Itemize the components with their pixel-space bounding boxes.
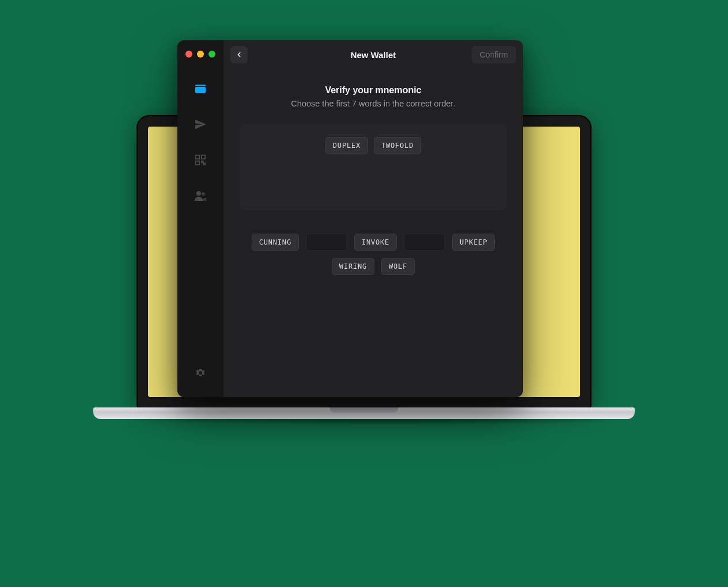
sidebar-item-qr[interactable] <box>192 152 208 168</box>
available-word[interactable]: INVOKE <box>354 234 397 251</box>
svg-rect-0 <box>195 85 206 86</box>
available-words-panel: CUNNING INVOKE UPKEEP WIRING WOLF <box>240 234 507 275</box>
main-content: New Wallet Confirm Verify your mnemonic … <box>223 40 523 397</box>
selected-word[interactable]: DUPLEX <box>325 137 368 154</box>
selected-words-panel: DUPLEX TWOFOLD <box>240 124 507 211</box>
sidebar-item-wallet[interactable] <box>192 81 208 97</box>
svg-point-8 <box>202 192 205 196</box>
minimize-window-button[interactable] <box>197 51 204 58</box>
nav-items <box>192 81 208 365</box>
content-subheading: Choose the first 7 words in the correct … <box>291 99 455 108</box>
sidebar <box>177 40 223 397</box>
available-word[interactable]: WIRING <box>332 258 374 275</box>
back-button[interactable] <box>230 46 248 63</box>
confirm-button[interactable]: Confirm <box>472 46 516 63</box>
selected-word[interactable]: TWOFOLD <box>374 137 421 154</box>
laptop-hinge <box>93 407 635 419</box>
content-area: Verify your mnemonic Choose the first 7 … <box>223 69 523 275</box>
svg-rect-4 <box>196 161 199 165</box>
wallet-icon <box>194 82 207 96</box>
svg-rect-5 <box>202 161 203 163</box>
available-word[interactable]: CUNNING <box>252 234 299 251</box>
available-word-used <box>404 234 445 251</box>
sidebar-item-contacts[interactable] <box>192 188 208 204</box>
maximize-window-button[interactable] <box>208 51 215 58</box>
content-heading: Verify your mnemonic <box>325 85 421 96</box>
topbar: New Wallet Confirm <box>223 40 523 69</box>
laptop-notch <box>329 407 399 413</box>
gear-icon <box>195 367 206 379</box>
page-title: New Wallet <box>351 50 396 60</box>
chevron-left-icon <box>235 51 243 59</box>
contacts-icon <box>194 189 207 203</box>
available-word[interactable]: WOLF <box>381 258 415 275</box>
sidebar-item-settings[interactable] <box>192 365 208 381</box>
window-traffic-lights <box>185 51 215 58</box>
qr-icon <box>194 154 207 166</box>
available-word[interactable]: UPKEEP <box>452 234 495 251</box>
close-window-button[interactable] <box>185 51 192 58</box>
svg-rect-3 <box>202 155 205 159</box>
svg-rect-6 <box>204 163 206 165</box>
app-window: New Wallet Confirm Verify your mnemonic … <box>177 40 523 397</box>
sidebar-item-send[interactable] <box>192 116 208 132</box>
svg-rect-2 <box>196 155 199 159</box>
svg-rect-1 <box>195 87 206 93</box>
available-word-used <box>306 234 347 251</box>
laptop-base <box>136 407 592 422</box>
svg-point-7 <box>196 191 201 196</box>
send-icon <box>194 118 207 131</box>
